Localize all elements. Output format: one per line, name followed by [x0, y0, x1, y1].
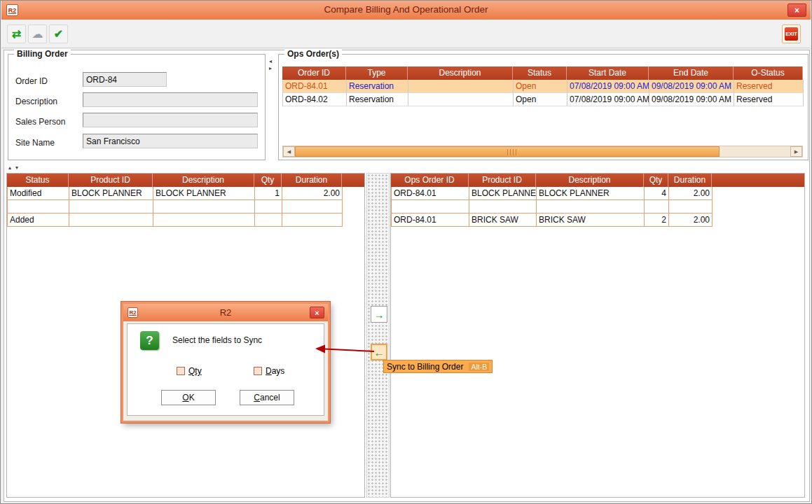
cell-product-id[interactable]: BRICK SAW [469, 214, 537, 227]
cell-description[interactable]: BLOCK PLANNER [537, 187, 645, 200]
horizontal-splitter-down-icon[interactable]: ▾ [15, 165, 18, 171]
billing-item-row[interactable]: Added [8, 214, 343, 227]
cell-qty[interactable]: 2 [645, 214, 669, 227]
title-bar[interactable]: R2 Compare Billing And Operational Order… [1, 1, 811, 20]
col-header-status[interactable]: Status [513, 66, 567, 80]
cell-duration[interactable] [669, 200, 713, 214]
col-header-qty[interactable]: Qty [644, 174, 668, 187]
cell-end-date[interactable]: 09/08/2019 09:00 AM [649, 93, 734, 106]
col-header-type[interactable]: Type [346, 66, 408, 80]
col-header-status[interactable]: Status [7, 174, 69, 187]
billing-item-row[interactable]: Modified BLOCK PLANNER BLOCK PLANNER 1 2… [8, 187, 343, 200]
col-header-end-date[interactable]: End Date [649, 66, 734, 80]
cell-qty[interactable] [255, 214, 282, 227]
col-header-description[interactable]: Description [408, 66, 513, 80]
cell-product-id[interactable] [69, 200, 153, 214]
col-header-description[interactable]: Description [536, 174, 644, 187]
scroll-left-icon[interactable]: ◀ [283, 146, 295, 157]
ops-table-hscrollbar[interactable]: ◀ ▶ [282, 146, 803, 158]
description-field[interactable] [83, 92, 258, 107]
cell-product-id[interactable]: BLOCK PLANNER [69, 187, 153, 200]
cell-start-date[interactable]: 07/08/2019 09:00 AM [567, 93, 649, 106]
cell-duration[interactable] [282, 214, 343, 227]
cell-description[interactable]: BLOCK PLANNER [153, 187, 255, 200]
vertical-splitter-collapse-icon[interactable]: ◂ [269, 59, 272, 64]
cell-order-id[interactable]: ORD-84.01 [283, 80, 347, 93]
days-checkbox-box[interactable] [254, 367, 262, 375]
ok-button[interactable]: OK [161, 390, 216, 405]
cell-status[interactable]: Open [514, 93, 567, 106]
days-checkbox-label: Days [266, 366, 284, 376]
cell-end-date[interactable]: 09/08/2019 09:00 AM [649, 80, 734, 93]
ops-item-row[interactable]: ORD-84.01 BRICK SAW BRICK SAW 2 2.00 [392, 214, 713, 227]
cell-type[interactable]: Reservation [347, 80, 408, 93]
ops-item-row[interactable]: ORD-84.01 BLOCK PLANNER BLOCK PLANNER 4 … [392, 187, 713, 200]
cell-qty[interactable]: 4 [645, 187, 669, 200]
ops-item-row[interactable] [392, 200, 713, 214]
cell-description[interactable] [537, 200, 645, 214]
cell-description[interactable] [408, 80, 514, 93]
confirm-button[interactable]: ✔ [49, 24, 68, 43]
dialog-title-bar[interactable]: R2 R2 × [123, 304, 328, 321]
ops-order-row[interactable]: ORD-84.02 Reservation Open 07/08/2019 09… [283, 93, 803, 106]
cell-product-id[interactable] [69, 214, 153, 227]
cell-qty[interactable] [255, 200, 282, 214]
billing-item-row[interactable] [8, 200, 343, 214]
refresh-button[interactable]: ⇄ [7, 24, 26, 43]
dialog-close-icon[interactable]: × [310, 307, 324, 318]
cell-status[interactable]: Added [8, 214, 69, 227]
order-id-field[interactable] [83, 72, 167, 87]
cell-qty[interactable] [645, 200, 669, 214]
cell-duration[interactable] [282, 200, 343, 214]
cell-o-status[interactable]: Reserved [734, 93, 804, 106]
site-name-field[interactable] [83, 134, 258, 148]
cell-type[interactable]: Reservation [347, 93, 408, 106]
cell-status[interactable]: Open [514, 80, 567, 93]
dialog-title: R2 [123, 307, 328, 318]
hscrollbar-thumb[interactable] [295, 146, 720, 157]
cell-o-status[interactable]: Reserved [734, 80, 804, 93]
qty-checkbox[interactable]: Qty [177, 366, 202, 376]
cell-qty[interactable]: 1 [255, 187, 282, 200]
days-checkbox[interactable]: Days [254, 366, 284, 376]
horizontal-splitter-up-icon[interactable]: ▴ [8, 165, 11, 171]
stamp-button[interactable]: ☁ [28, 24, 47, 43]
col-header-o-status[interactable]: O-Status [734, 66, 803, 80]
cell-status[interactable]: Modified [8, 187, 69, 200]
cell-ops-order-id[interactable] [392, 200, 469, 214]
col-header-product-id[interactable]: Product ID [469, 174, 536, 187]
cell-description[interactable]: BRICK SAW [537, 214, 645, 227]
col-header-qty[interactable]: Qty [254, 174, 282, 187]
col-header-product-id[interactable]: Product ID [69, 174, 153, 187]
col-header-duration[interactable]: Duration [282, 174, 342, 187]
sync-to-billing-button[interactable]: ← [371, 344, 387, 360]
cell-ops-order-id[interactable]: ORD-84.01 [392, 214, 469, 227]
col-header-ops-order-id[interactable]: Ops Order ID [391, 174, 469, 187]
cell-description[interactable] [153, 200, 255, 214]
cell-status[interactable] [8, 200, 69, 214]
cell-start-date[interactable]: 07/08/2019 09:00 AM [567, 80, 649, 93]
col-header-duration[interactable]: Duration [668, 174, 712, 187]
cell-duration[interactable]: 2.00 [282, 187, 343, 200]
cell-ops-order-id[interactable]: ORD-84.01 [392, 187, 469, 200]
cell-product-id[interactable]: BLOCK PLANNER [469, 187, 537, 200]
cancel-button[interactable]: Cancel [240, 390, 294, 405]
cell-description[interactable] [408, 93, 514, 106]
close-icon[interactable]: × [787, 4, 806, 17]
cell-duration[interactable]: 2.00 [669, 214, 713, 227]
cell-product-id[interactable] [469, 200, 537, 214]
scroll-right-icon[interactable]: ▶ [790, 146, 802, 157]
exit-button[interactable]: EXIT [782, 24, 801, 43]
vertical-splitter-expand-icon[interactable]: ▸ [269, 66, 272, 71]
col-header-description[interactable]: Description [153, 174, 254, 187]
cell-duration[interactable]: 2.00 [669, 187, 713, 200]
col-header-order-id[interactable]: Order ID [282, 66, 346, 80]
cell-order-id[interactable]: ORD-84.02 [283, 93, 347, 106]
ops-order-row-selected[interactable]: ORD-84.01 Reservation Open 07/08/2019 09… [283, 80, 803, 93]
qty-checkbox-box[interactable] [177, 367, 185, 375]
sales-person-field[interactable] [83, 113, 258, 127]
dialog-message: Select the fields to Sync [172, 335, 262, 345]
col-header-start-date[interactable]: Start Date [567, 66, 649, 80]
cell-description[interactable] [153, 214, 255, 227]
sync-to-ops-button[interactable]: → [371, 306, 387, 323]
